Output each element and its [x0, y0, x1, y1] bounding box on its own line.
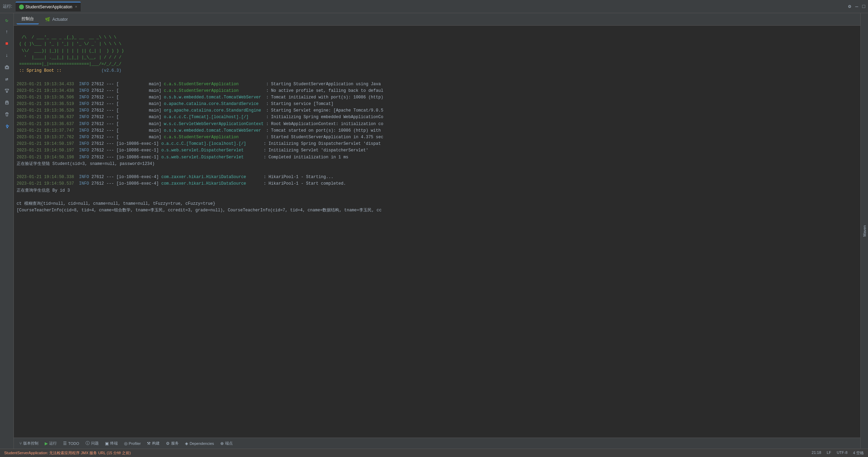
- services-icon: ⚙: [166, 441, 170, 446]
- status-right: 21:18 LF UTF-8 4 空格: [812, 450, 864, 456]
- settings-icon[interactable]: ⚙: [848, 3, 851, 9]
- banner-line1: /\ / ___'_ __ _ _(_)_ __ __ _\ \ \ \: [17, 35, 116, 40]
- top-bar-left: 运行: StudentServerApplication ×: [3, 2, 81, 11]
- log-line-10: 2023-01-21 19:14:50.197 INFO 27612 --- […: [17, 141, 381, 146]
- log-line-12: 2023-01-21 19:14:50.198 INFO 27612 --- […: [17, 155, 348, 160]
- terminal-icon: ▣: [105, 441, 109, 446]
- sidebar-up-btn[interactable]: ↑: [1, 26, 12, 37]
- maven-label[interactable]: Maven: [862, 225, 867, 237]
- plain-line-4: [CourseTeacherInfo(cid=8, tid=4, cname=组…: [17, 208, 382, 213]
- problems-icon: ⓘ: [86, 440, 90, 446]
- sidebar-diff-btn[interactable]: ⇄: [1, 73, 12, 85]
- sidebar-down-btn[interactable]: ↓: [1, 50, 12, 61]
- status-indent: 4 空格: [853, 450, 864, 456]
- sidebar-print-btn[interactable]: [1, 97, 12, 108]
- tab-console[interactable]: 控制台: [17, 15, 39, 24]
- services-btn[interactable]: ⚙ 服务: [163, 439, 181, 448]
- app-tab[interactable]: StudentServerApplication ×: [16, 2, 80, 11]
- main-layout: ↻ ↑ ■ ↓ ⇄ 控制台 🌿 Actuator: [0, 13, 868, 449]
- plain-line-3: ct 模糊查询{tid=null, cid=null, cname=null, …: [17, 201, 215, 206]
- log-line-3: 2023-01-21 19:13:36.506 INFO 27612 --- […: [17, 95, 383, 100]
- log-hikari-2: 2023-01-21 19:14:50.537 INFO 27612 --- […: [17, 181, 346, 186]
- status-bar: StudentServerApplication: 无法检索应用程序 JMX 服…: [0, 449, 868, 457]
- right-sidebar: Maven: [860, 13, 868, 449]
- banner-line2: ( ( )\___ | '_ | '_| | '_ \/ _` | \ \ \ …: [17, 42, 121, 46]
- todo-icon: ☰: [63, 441, 67, 446]
- status-encoding: UTF-8: [837, 450, 848, 456]
- spring-boot-label: :: Spring Boot :: (v2.6.3): [17, 68, 121, 73]
- top-bar-right: ⚙ — □: [848, 3, 865, 9]
- sidebar-import-btn[interactable]: [1, 85, 12, 96]
- terminal-btn[interactable]: ▣ 终端: [102, 439, 121, 448]
- version-control-icon: ⑂: [19, 441, 22, 446]
- run-btn[interactable]: ▶ 运行: [42, 439, 60, 448]
- log-line-6: 2023-01-21 19:13:36.637 INFO 27612 --- […: [17, 115, 383, 120]
- log-line-8: 2023-01-21 19:13:37.747 INFO 27612 --- […: [17, 128, 381, 133]
- tab-close-button[interactable]: ×: [75, 5, 77, 9]
- svg-rect-3: [6, 103, 8, 104]
- log-line-9: 2023-01-21 19:13:37.762 INFO 27612 --- […: [17, 135, 383, 140]
- status-time: 21:18: [812, 450, 821, 456]
- run-icon: ▶: [45, 441, 48, 446]
- endpoints-btn[interactable]: ⊕ 端点: [218, 439, 236, 448]
- profiler-btn[interactable]: ◎ Profiler: [121, 439, 144, 448]
- log-line-5: 2023-01-21 19:13:36.520 INFO 27612 --- […: [17, 108, 383, 113]
- plain-line-1: 正在验证学生登陆 Student(sid=3, sname=null, pass…: [17, 161, 154, 166]
- dependencies-icon: ◈: [185, 441, 188, 446]
- dependencies-label: Dependencies: [189, 441, 214, 446]
- log-line-2: 2023-01-21 19:13:34.438 INFO 27612 --- […: [17, 88, 383, 93]
- sidebar-trash-btn[interactable]: [1, 109, 12, 120]
- svg-rect-4: [6, 101, 8, 102]
- sidebar-camera-btn[interactable]: [1, 62, 12, 73]
- minimize-icon[interactable]: —: [855, 4, 858, 9]
- log-hikari-1: 2023-01-21 19:14:50.338 INFO 27612 --- […: [17, 175, 334, 179]
- version-control-btn[interactable]: ⑂ 版本控制: [17, 439, 41, 448]
- svg-rect-2: [5, 89, 9, 90]
- tab-console-label: 控制台: [21, 16, 34, 22]
- todo-btn[interactable]: ☰ TODO: [60, 439, 82, 448]
- sidebar-stop-btn[interactable]: ■: [1, 38, 12, 49]
- run-label: 运行:: [3, 3, 12, 9]
- maximize-icon[interactable]: □: [862, 4, 865, 9]
- svg-point-0: [6, 67, 8, 69]
- left-sidebar: ↻ ↑ ■ ↓ ⇄: [0, 13, 14, 449]
- sidebar-pin-btn[interactable]: [1, 121, 12, 132]
- build-label: 构建: [152, 441, 160, 446]
- log-line-11: 2023-01-21 19:14:50.197 INFO 27612 --- […: [17, 148, 368, 153]
- endpoints-icon: ⊕: [220, 441, 224, 446]
- build-icon: ⚒: [147, 441, 151, 446]
- problems-btn[interactable]: ⓘ 问题: [83, 439, 101, 448]
- actuator-icon: 🌿: [45, 17, 50, 22]
- status-line-ending: LF: [827, 450, 831, 456]
- terminal-label: 终端: [110, 441, 118, 446]
- console-output[interactable]: /\ / ___'_ __ _ _(_)_ __ __ _\ \ \ \ ( (…: [14, 26, 860, 438]
- build-btn[interactable]: ⚒ 构建: [144, 439, 162, 448]
- bottom-toolbar: ⑂ 版本控制 ▶ 运行 ☰ TODO ⓘ 问题 ▣ 终端 ◎ Profiler: [14, 438, 860, 449]
- todo-label: TODO: [68, 441, 79, 446]
- run-label: 运行: [49, 441, 57, 446]
- dependencies-btn[interactable]: ◈ Dependencies: [182, 439, 216, 448]
- app-tab-icon: [19, 5, 24, 9]
- banner-line3: \\/ ___)| |_)| | | | | || (_| | ) ) ) ): [17, 49, 124, 53]
- log-line-4: 2023-01-21 19:13:36.519 INFO 27612 --- […: [17, 102, 334, 106]
- plain-line-2: 正在查询学生信息 By id 3: [17, 188, 70, 193]
- top-bar: 运行: StudentServerApplication × ⚙ — □: [0, 0, 868, 13]
- tab-actuator-label: Actuator: [52, 17, 68, 22]
- endpoints-label: 端点: [225, 441, 233, 446]
- profiler-label: Profiler: [129, 441, 141, 446]
- banner-line5: =========|_|================|___/=/_/_/_…: [17, 62, 121, 67]
- banner-line4: ' |____| .__|_| |_|_| |_\__, | / / / /: [17, 55, 121, 60]
- sub-tabs: 控制台 🌿 Actuator: [14, 13, 860, 26]
- sidebar-restart-btn[interactable]: ↻: [1, 15, 12, 26]
- tab-actuator[interactable]: 🌿 Actuator: [40, 15, 73, 24]
- services-label: 服务: [171, 441, 179, 446]
- profiler-icon: ◎: [124, 441, 127, 446]
- version-control-label: 版本控制: [23, 441, 38, 446]
- console-wrapper: 控制台 🌿 Actuator /\ / ___'_ __ _ _(_)_ __ …: [14, 13, 860, 449]
- problems-label: 问题: [91, 441, 99, 446]
- log-line-7: 2023-01-21 19:13:36.637 INFO 27612 --- […: [17, 122, 383, 126]
- log-line-1: 2023-01-21 19:13:34.433 INFO 27612 --- […: [17, 82, 381, 87]
- app-tab-label: StudentServerApplication: [25, 5, 72, 9]
- status-message: StudentServerApplication: 无法检索应用程序 JMX 服…: [4, 450, 131, 456]
